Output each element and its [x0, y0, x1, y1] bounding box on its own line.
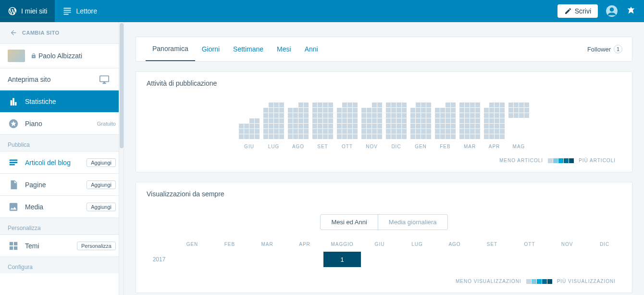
views-cell[interactable]: [586, 252, 623, 267]
activity-cell[interactable]: [435, 134, 440, 139]
activity-cell[interactable]: [440, 113, 445, 118]
activity-cell[interactable]: [244, 129, 249, 134]
activity-cell[interactable]: [524, 108, 529, 113]
activity-cell[interactable]: [323, 124, 328, 128]
activity-cell[interactable]: [279, 124, 284, 128]
activity-cell[interactable]: [304, 129, 309, 134]
activity-cell[interactable]: [519, 134, 524, 139]
activity-cell[interactable]: [249, 134, 254, 139]
activity-cell[interactable]: [293, 124, 298, 128]
activity-cell[interactable]: [377, 129, 382, 134]
activity-cell[interactable]: [274, 108, 279, 113]
activity-cell[interactable]: [342, 129, 347, 134]
activity-cell[interactable]: [249, 103, 254, 107]
activity-cell[interactable]: [269, 129, 273, 134]
activity-cell[interactable]: [489, 113, 494, 118]
activity-cell[interactable]: [372, 124, 377, 128]
sidebar-item-media[interactable]: Media Aggiungi: [0, 196, 124, 218]
activity-cell[interactable]: [318, 124, 322, 128]
activity-cell[interactable]: [328, 134, 333, 139]
activity-cell[interactable]: [446, 124, 450, 128]
activity-cell[interactable]: [323, 113, 328, 118]
activity-cell[interactable]: [402, 103, 407, 107]
activity-cell[interactable]: [484, 134, 489, 139]
activity-cell[interactable]: [519, 124, 524, 128]
activity-cell[interactable]: [312, 113, 317, 118]
activity-cell[interactable]: [274, 124, 279, 128]
activity-cell[interactable]: [361, 108, 366, 113]
activity-cell[interactable]: [298, 113, 303, 118]
activity-cell[interactable]: [255, 103, 260, 107]
activity-cell[interactable]: [293, 134, 298, 139]
activity-cell[interactable]: [435, 129, 440, 134]
activity-cell[interactable]: [495, 134, 499, 139]
activity-cell[interactable]: [372, 108, 377, 113]
activity-cell[interactable]: [500, 134, 505, 139]
activity-cell[interactable]: [249, 118, 254, 123]
activity-cell[interactable]: [353, 103, 358, 107]
activity-cell[interactable]: [288, 118, 293, 123]
activity-cell[interactable]: [514, 103, 519, 107]
activity-cell[interactable]: [484, 124, 489, 128]
activity-cell[interactable]: [318, 134, 322, 139]
activity-cell[interactable]: [396, 103, 401, 107]
activity-cell[interactable]: [312, 134, 317, 139]
activity-cell[interactable]: [519, 113, 524, 118]
activity-cell[interactable]: [508, 113, 513, 118]
activity-cell[interactable]: [255, 108, 260, 113]
activity-cell[interactable]: [279, 134, 284, 139]
activity-cell[interactable]: [263, 113, 268, 118]
activity-cell[interactable]: [519, 118, 524, 123]
activity-cell[interactable]: [312, 124, 317, 128]
activity-cell[interactable]: [274, 113, 279, 118]
activity-cell[interactable]: [298, 108, 303, 113]
views-cell[interactable]: [211, 252, 248, 267]
activity-cell[interactable]: [459, 103, 464, 107]
activity-cell[interactable]: [372, 118, 377, 123]
add-page-button[interactable]: Aggiungi: [87, 180, 116, 189]
activity-cell[interactable]: [323, 134, 328, 139]
activity-cell[interactable]: [391, 103, 396, 107]
activity-cell[interactable]: [353, 129, 358, 134]
activity-cell[interactable]: [298, 103, 303, 107]
activity-cell[interactable]: [514, 108, 519, 113]
activity-cell[interactable]: [396, 129, 401, 134]
activity-cell[interactable]: [426, 113, 431, 118]
activity-cell[interactable]: [244, 113, 249, 118]
activity-cell[interactable]: [514, 113, 519, 118]
activity-cell[interactable]: [244, 118, 249, 123]
activity-cell[interactable]: [391, 134, 396, 139]
activity-cell[interactable]: [337, 134, 342, 139]
views-cell[interactable]: [248, 252, 286, 267]
activity-cell[interactable]: [465, 124, 470, 128]
activity-cell[interactable]: [421, 118, 426, 123]
toggle-daily-avg[interactable]: Media giornaliera: [378, 215, 447, 230]
activity-cell[interactable]: [377, 134, 382, 139]
activity-cell[interactable]: [347, 103, 352, 107]
activity-cell[interactable]: [279, 129, 284, 134]
activity-cell[interactable]: [328, 108, 333, 113]
activity-cell[interactable]: [495, 129, 499, 134]
activity-cell[interactable]: [239, 108, 244, 113]
current-site[interactable]: Paolo Albizzati: [0, 44, 124, 68]
activity-cell[interactable]: [298, 129, 303, 134]
activity-cell[interactable]: [440, 124, 445, 128]
activity-cell[interactable]: [470, 129, 475, 134]
activity-cell[interactable]: [475, 124, 480, 128]
activity-cell[interactable]: [470, 118, 475, 123]
activity-cell[interactable]: [465, 118, 470, 123]
activity-cell[interactable]: [470, 134, 475, 139]
activity-cell[interactable]: [353, 134, 358, 139]
activity-cell[interactable]: [249, 113, 254, 118]
activity-cell[interactable]: [435, 113, 440, 118]
activity-cell[interactable]: [508, 103, 513, 107]
activity-cell[interactable]: [312, 118, 317, 123]
activity-cell[interactable]: [361, 118, 366, 123]
activity-cell[interactable]: [342, 113, 347, 118]
activity-cell[interactable]: [465, 129, 470, 134]
activity-cell[interactable]: [426, 118, 431, 123]
activity-cell[interactable]: [451, 129, 456, 134]
activity-cell[interactable]: [269, 134, 273, 139]
activity-cell[interactable]: [475, 129, 480, 134]
sidebar-item-stats[interactable]: Statistiche: [0, 90, 124, 113]
